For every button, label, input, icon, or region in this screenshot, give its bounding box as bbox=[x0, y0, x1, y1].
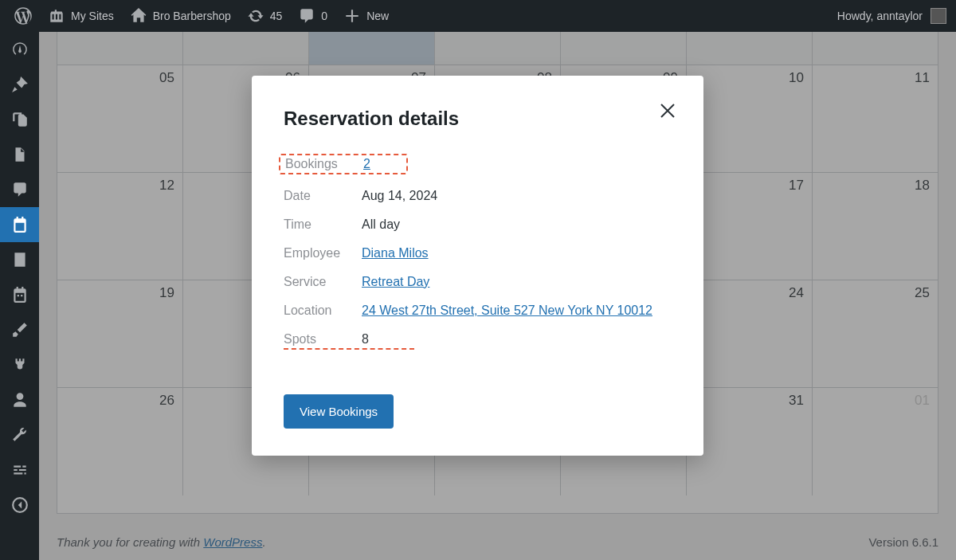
employee-link[interactable]: Diana Milos bbox=[362, 246, 429, 260]
menu-appearance[interactable] bbox=[0, 312, 39, 347]
new-label: New bbox=[366, 10, 389, 22]
employee-label: Employee bbox=[284, 246, 362, 260]
time-label: Time bbox=[284, 217, 362, 232]
service-link[interactable]: Retreat Day bbox=[362, 275, 429, 288]
pages-icon bbox=[11, 146, 29, 163]
update-icon bbox=[247, 7, 264, 25]
avatar bbox=[931, 8, 946, 24]
close-icon bbox=[658, 101, 677, 120]
comments-icon bbox=[11, 181, 29, 198]
menu-comments[interactable] bbox=[0, 172, 39, 207]
highlight-bookings-row: Bookings 2 bbox=[279, 154, 408, 174]
view-bookings-button[interactable]: View Bookings bbox=[284, 394, 394, 429]
comment-icon bbox=[298, 7, 315, 25]
my-sites[interactable]: My Sites bbox=[40, 0, 122, 32]
modal-title: Reservation details bbox=[284, 108, 672, 130]
user-icon bbox=[11, 391, 29, 409]
date-row: Date Aug 14, 2024 bbox=[284, 189, 672, 203]
pin-icon bbox=[11, 76, 29, 93]
collapse-icon bbox=[11, 496, 29, 514]
calendar2-icon bbox=[11, 286, 29, 303]
sliders-icon bbox=[11, 461, 29, 479]
service-row: Service Retreat Day bbox=[284, 275, 672, 289]
menu-pages[interactable] bbox=[0, 137, 39, 172]
plugin-icon bbox=[11, 356, 29, 374]
location-link[interactable]: 24 West 27th Street, Suite 527 New York … bbox=[362, 303, 652, 317]
menu-dashboard[interactable] bbox=[0, 32, 39, 67]
spots-label: Spots bbox=[284, 332, 362, 347]
bookings-label: Bookings bbox=[285, 157, 363, 171]
site-name-label: Bro Barbershop bbox=[153, 10, 231, 22]
building-icon bbox=[11, 251, 29, 268]
comments-count: 0 bbox=[321, 10, 327, 22]
menu-calendar2[interactable] bbox=[0, 277, 39, 312]
date-label: Date bbox=[284, 189, 362, 203]
dashboard-icon bbox=[11, 41, 29, 58]
menu-bookings-active[interactable] bbox=[0, 207, 39, 242]
wordpress-icon bbox=[14, 7, 32, 25]
menu-plugins[interactable] bbox=[0, 347, 39, 382]
site-name[interactable]: Bro Barbershop bbox=[122, 0, 239, 32]
bookings-count-link[interactable]: 2 bbox=[363, 157, 370, 170]
updates[interactable]: 45 bbox=[239, 0, 291, 32]
comments[interactable]: 0 bbox=[290, 0, 335, 32]
location-label: Location bbox=[284, 303, 362, 318]
time-row: Time All day bbox=[284, 217, 672, 232]
wrench-icon bbox=[11, 426, 29, 444]
media-icon bbox=[11, 111, 29, 128]
menu-users[interactable] bbox=[0, 382, 39, 417]
brush-icon bbox=[11, 321, 29, 339]
spots-row: Spots 8 bbox=[284, 332, 672, 347]
menu-settings[interactable] bbox=[0, 452, 39, 488]
my-account[interactable]: Howdy, anntaylor bbox=[837, 8, 950, 24]
location-row: Location 24 West 27th Street, Suite 527 … bbox=[284, 303, 672, 318]
home-icon bbox=[130, 7, 147, 25]
updates-count: 45 bbox=[270, 10, 283, 22]
service-label: Service bbox=[284, 275, 362, 289]
wp-admin-bar: My Sites Bro Barbershop 45 0 New Howdy, … bbox=[0, 0, 956, 32]
reservation-details-modal: Reservation details Bookings 2 Date Aug … bbox=[252, 76, 703, 456]
menu-building[interactable] bbox=[0, 242, 39, 277]
date-value: Aug 14, 2024 bbox=[362, 189, 437, 203]
plus-icon bbox=[343, 7, 361, 25]
wp-logo[interactable] bbox=[6, 0, 40, 32]
new-content[interactable]: New bbox=[335, 0, 397, 32]
menu-media[interactable] bbox=[0, 102, 39, 137]
wp-admin-sidebar bbox=[0, 32, 39, 560]
menu-collapse[interactable] bbox=[0, 488, 39, 523]
time-value: All day bbox=[362, 217, 400, 232]
network-icon bbox=[48, 7, 65, 25]
employee-row: Employee Diana Milos bbox=[284, 246, 672, 260]
calendar-icon bbox=[11, 216, 29, 233]
close-button[interactable] bbox=[658, 101, 677, 124]
my-sites-label: My Sites bbox=[71, 10, 114, 22]
spots-value: 8 bbox=[362, 332, 369, 347]
howdy-text: Howdy, anntaylor bbox=[837, 10, 923, 22]
menu-tools[interactable] bbox=[0, 417, 39, 452]
menu-posts[interactable] bbox=[0, 67, 39, 102]
